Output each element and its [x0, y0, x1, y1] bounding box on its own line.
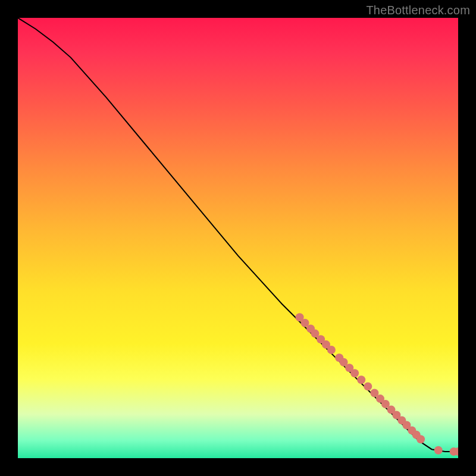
data-point: [364, 382, 372, 390]
scatter-points: [296, 313, 458, 456]
plot-area: [18, 18, 458, 458]
data-point: [327, 346, 336, 354]
data-point: [434, 446, 443, 455]
attribution-text: TheBottleneck.com: [366, 4, 470, 17]
data-point: [350, 369, 359, 377]
chart-stage: TheBottleneck.com: [0, 0, 476, 476]
bottleneck-curve: [18, 18, 458, 452]
chart-overlay: [18, 18, 458, 458]
data-point: [357, 375, 365, 384]
data-point: [416, 435, 425, 443]
